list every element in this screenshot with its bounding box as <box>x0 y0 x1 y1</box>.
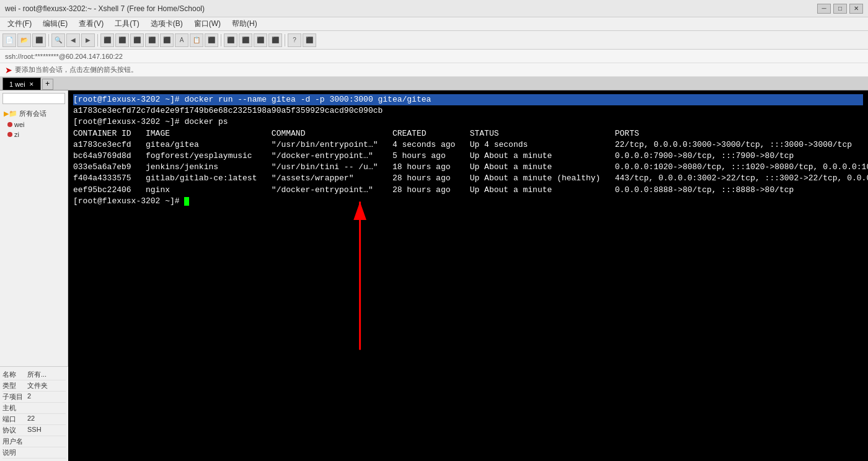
sidebar-group-all-sessions[interactable]: ▶📁 所有会话 <box>2 108 65 120</box>
toolbar-search[interactable]: 🔍 <box>51 33 65 47</box>
minimize-button[interactable]: ─ <box>817 4 831 14</box>
toolbar-btn16[interactable]: ⬛ <box>303 33 316 47</box>
toolbar-back[interactable]: ◀ <box>66 33 80 47</box>
prop-name-label: 名称 <box>2 370 27 379</box>
prop-type-label: 类型 <box>2 381 27 390</box>
main-content: ▶📁 所有会话 wei zi 名称 所有.. <box>0 90 868 461</box>
toolbar-btn14[interactable]: ⬛ <box>254 33 267 47</box>
terminal-line-2: [root@flexusx-3202 ~]# docker ps <box>73 116 863 128</box>
terminal-line-header: CONTAINER ID IMAGE COMMAND CREATED STATU… <box>73 128 863 139</box>
menu-window[interactable]: 窗口(W) <box>189 17 226 30</box>
toolbar-btn12[interactable]: ⬛ <box>224 33 237 47</box>
ssh-address: ssh://root:*********@60.204.147.160:22 <box>5 53 123 60</box>
toolbar-sep3 <box>221 34 221 46</box>
toolbar-btn9[interactable]: A <box>175 33 188 47</box>
properties-panel: 名称 所有... 类型 文件夹 子项目 2 主机 端口 22 <box>0 366 68 461</box>
prop-host-label: 主机 <box>2 403 27 413</box>
maximize-button[interactable]: □ <box>833 4 847 14</box>
terminal-line-5: bc64a9769d8d fogforest/yesplaymusic "/do… <box>73 151 863 162</box>
address-bar: ssh://root:*********@60.204.147.160:22 <box>0 50 868 63</box>
prop-username-label: 用户名 <box>2 437 27 446</box>
prop-username: 用户名 <box>2 436 66 447</box>
toolbar: 📄 📂 ⬛ 🔍 ◀ ▶ ⬛ ⬛ ⬛ ⬛ ⬛ A 📋 ⬛ ⬛ ⬛ ⬛ ⬛ ? ⬛ <box>0 31 868 50</box>
sidebar-item-wei-label: wei <box>14 121 25 128</box>
prop-type: 类型 文件夹 <box>2 380 66 392</box>
menu-file[interactable]: 文件(F) <box>2 17 37 30</box>
tab-add-button[interactable]: + <box>42 79 53 90</box>
prop-name-value: 所有... <box>27 370 46 379</box>
toolbar-new[interactable]: 📄 <box>2 33 16 47</box>
prop-protocol-value: SSH <box>27 426 42 435</box>
prop-port-label: 端口 <box>2 415 27 424</box>
terminal-line-4: a1783ce3ecfd gitea/gitea "/usr/bin/entry… <box>73 139 863 151</box>
prop-type-value: 文件夹 <box>27 381 48 390</box>
toolbar-btn15[interactable]: ⬛ <box>268 33 282 47</box>
menu-tools[interactable]: 工具(T) <box>110 17 144 30</box>
toolbar-btn11[interactable]: ⬛ <box>205 33 218 47</box>
menu-view[interactable]: 查看(V) <box>74 17 108 30</box>
sidebar-search-input[interactable] <box>2 93 65 104</box>
favorites-bar: ➤ 要添加当前会话，点击左侧的箭头按钮。 <box>0 63 868 77</box>
sidebar-section-all: ▶📁 所有会话 wei zi <box>0 107 68 141</box>
sidebar-item-wei[interactable]: wei <box>2 120 65 130</box>
toolbar-btn13[interactable]: ⬛ <box>239 33 252 47</box>
prop-desc: 说明 <box>2 447 66 459</box>
terminal-line-6: 033e5a6a7eb9 jenkins/jenkins "/usr/bin/t… <box>73 162 863 173</box>
sidebar-wrapper: ▶📁 所有会话 wei zi 名称 所有.. <box>0 90 68 461</box>
tab-wei-label: 1 wei <box>9 81 25 88</box>
tab-wei-close[interactable]: ✕ <box>29 81 34 87</box>
sidebar: ▶📁 所有会话 wei zi <box>0 90 68 366</box>
toolbar-btn8[interactable]: ⬛ <box>160 33 174 47</box>
title-bar: wei - root@flexusx-3202:~ - Xshell 7 (Fr… <box>0 0 868 17</box>
prop-desc-label: 说明 <box>2 448 27 457</box>
toolbar-help[interactable]: ? <box>288 33 301 47</box>
window-title: wei - root@flexusx-3202:~ - Xshell 7 (Fr… <box>5 4 205 13</box>
toolbar-btn10[interactable]: 📋 <box>190 33 203 47</box>
user-dot-icon-zi <box>7 132 12 137</box>
terminal-cursor <box>184 197 189 206</box>
sidebar-group-all-sessions-label: 所有会话 <box>19 109 46 118</box>
toolbar-btn7[interactable]: ⬛ <box>145 33 159 47</box>
prop-protocol-label: 协议 <box>2 426 27 435</box>
close-button[interactable]: ✕ <box>849 4 863 14</box>
toolbar-open[interactable]: 📂 <box>17 33 31 47</box>
menu-help[interactable]: 帮助(H) <box>227 17 262 30</box>
prop-host: 主机 <box>2 403 66 414</box>
user-dot-icon-wei <box>7 122 12 127</box>
arrow-icon: ➤ <box>5 65 12 75</box>
prop-protocol: 协议 SSH <box>2 425 66 436</box>
toolbar-btn5[interactable]: ⬛ <box>115 33 129 47</box>
folder-icon: ▶📁 <box>4 110 17 118</box>
terminal-line-9: [root@flexusx-3202 ~]# <box>73 196 863 207</box>
toolbar-forward[interactable]: ▶ <box>81 33 95 47</box>
toolbar-connect[interactable]: ⬛ <box>100 33 114 47</box>
tab-wei[interactable]: 1 wei ✕ <box>2 77 41 90</box>
prop-port-value: 22 <box>27 415 35 424</box>
terminal-line-7: f404a4333575 gitlab/gitlab-ce:latest "/a… <box>73 173 863 184</box>
menu-tabs[interactable]: 选项卡(B) <box>146 17 188 30</box>
terminal-line-8: eef95bc22406 nginx "/docker-entrypoint…"… <box>73 185 863 196</box>
tab-bar: 1 wei ✕ + <box>0 77 868 90</box>
app-body: 1 wei ✕ + ▶📁 所有会话 wei <box>0 77 868 461</box>
toolbar-sep2 <box>97 34 98 46</box>
toolbar-sep1 <box>48 34 49 46</box>
prop-children-label: 子项目 <box>2 392 27 402</box>
terminal-line-1: a1783ce3ecfd72c7d4e2e9f1749b6e68c2325198… <box>73 105 863 116</box>
favorites-hint: 要添加当前会话，点击左侧的箭头按钮。 <box>15 65 138 74</box>
terminal-area[interactable]: [root@flexusx-3202 ~]# docker run --name… <box>68 90 868 461</box>
prop-children: 子项目 2 <box>2 392 66 403</box>
sidebar-item-zi-label: zi <box>14 131 19 138</box>
menu-edit[interactable]: 编辑(E) <box>38 17 73 30</box>
toolbar-btn6[interactable]: ⬛ <box>130 33 144 47</box>
prop-port: 端口 22 <box>2 414 66 425</box>
prop-name: 名称 所有... <box>2 369 66 380</box>
terminal-line-0: [root@flexusx-3202 ~]# docker run --name… <box>73 94 863 105</box>
toolbar-btn3[interactable]: ⬛ <box>32 33 46 47</box>
prop-children-value: 2 <box>27 392 31 402</box>
sidebar-item-zi[interactable]: zi <box>2 130 65 139</box>
toolbar-sep4 <box>285 34 285 46</box>
window-controls: ─ □ ✕ <box>817 4 863 14</box>
menu-bar: 文件(F) 编辑(E) 查看(V) 工具(T) 选项卡(B) 窗口(W) 帮助(… <box>0 17 868 31</box>
sidebar-search-area <box>0 90 68 107</box>
